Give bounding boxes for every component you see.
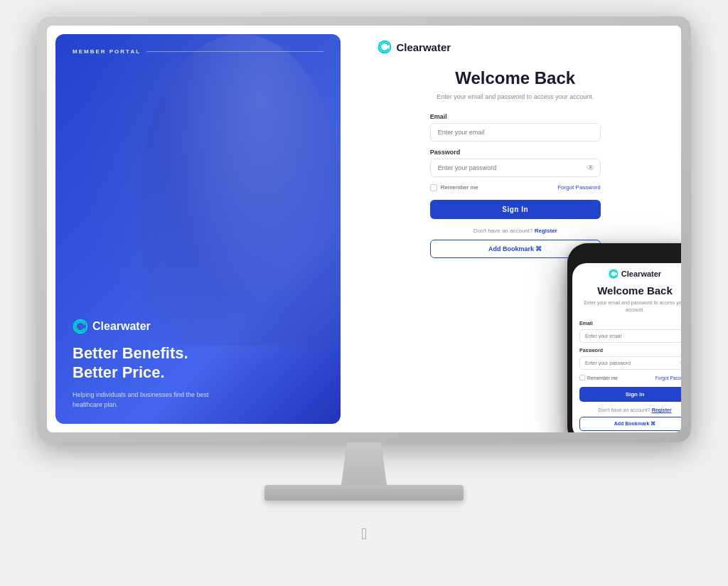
phone-password-label: Password <box>579 348 681 353</box>
right-panel: Clearwater Welcome Back Enter your email… <box>349 26 681 432</box>
phone-notch <box>614 250 656 260</box>
member-portal-text: MEMBER PORTAL <box>73 48 141 55</box>
phone-remember-label: Remember me <box>587 375 618 380</box>
phone-sign-in-button[interactable]: Sign In <box>579 387 681 402</box>
phone-screen: Clearwater Welcome Back Enter your email… <box>572 263 681 432</box>
phone-mockup: Clearwater Welcome Back Enter your email… <box>567 243 681 432</box>
imac-screen: MEMBER PORTAL Clearwater Better Benefi <box>47 26 681 432</box>
tagline: Better Benefits. Better Price. <box>73 344 323 382</box>
member-portal-line <box>146 51 323 52</box>
email-input[interactable] <box>430 123 601 142</box>
left-logo: Clearwater <box>73 319 323 334</box>
phone-no-account: Don't have an account? Register <box>579 407 681 412</box>
password-wrapper: 👁 <box>430 159 601 177</box>
phone-bezel: Clearwater Welcome Back Enter your email… <box>567 243 681 432</box>
phone-welcome-title: Welcome Back <box>579 284 681 297</box>
person-silhouette <box>141 34 341 346</box>
phone-forgot-link[interactable]: Forgot Password <box>655 375 681 380</box>
clearwater-logo-icon <box>73 319 88 334</box>
register-link[interactable]: Register <box>535 228 557 234</box>
imac-neck <box>336 442 392 485</box>
right-logo-text: Clearwater <box>396 41 451 53</box>
sub-tagline: Helping individuals and businesses find … <box>73 390 215 410</box>
apple-logo-icon:  <box>361 525 367 543</box>
password-input[interactable] <box>430 159 601 177</box>
imac-screen-bezel: MEMBER PORTAL Clearwater Better Benefi <box>37 16 691 442</box>
sign-in-button[interactable]: Sign In <box>430 200 601 219</box>
phone-logo-text: Clearwater <box>621 270 661 278</box>
phone-welcome-subtitle: Enter your email and password to access … <box>579 299 681 314</box>
member-portal-label: MEMBER PORTAL <box>73 48 323 55</box>
eye-toggle-icon[interactable]: 👁 <box>587 163 595 173</box>
phone-logo-icon <box>609 269 619 279</box>
phone-password-wrapper: 👁 <box>579 355 681 370</box>
login-form-container: Welcome Back Enter your email and passwo… <box>430 68 601 258</box>
imac-wrapper: MEMBER PORTAL Clearwater Better Benefi <box>23 16 705 570</box>
phone-logo: Clearwater <box>579 269 681 279</box>
remember-me-label: Remember me <box>441 184 478 191</box>
phone-remember-left: Remember me <box>579 375 618 380</box>
remember-me-checkbox[interactable] <box>430 184 437 191</box>
welcome-subtitle: Enter your email and password to access … <box>430 92 601 102</box>
imac-base:  <box>264 485 464 501</box>
phone-bookmark-button[interactable]: Add Bookmark ⌘ <box>579 417 681 431</box>
left-panel: MEMBER PORTAL Clearwater Better Benefi <box>55 34 341 424</box>
forgot-password-link[interactable]: Forgot Password <box>557 184 600 191</box>
phone-remember-row: Remember me Forgot Password <box>579 375 681 380</box>
no-account-text: Don't have an account? Register <box>430 228 601 234</box>
welcome-title: Welcome Back <box>430 68 601 88</box>
phone-email-input[interactable] <box>579 329 681 343</box>
right-logo-icon <box>378 40 392 54</box>
remember-left: Remember me <box>430 184 478 191</box>
phone-email-label: Email <box>579 321 681 326</box>
password-label: Password <box>430 149 601 156</box>
phone-register-link[interactable]: Register <box>652 407 672 412</box>
email-label: Email <box>430 113 601 120</box>
phone-eye-icon[interactable]: 👁 <box>680 359 681 366</box>
left-bottom: Clearwater Better Benefits. Better Price… <box>73 319 323 410</box>
left-logo-text: Clearwater <box>92 320 151 333</box>
phone-remember-checkbox[interactable] <box>579 375 585 380</box>
right-logo: Clearwater <box>378 40 451 54</box>
phone-password-input[interactable] <box>579 356 681 370</box>
remember-row: Remember me Forgot Password <box>430 184 601 191</box>
